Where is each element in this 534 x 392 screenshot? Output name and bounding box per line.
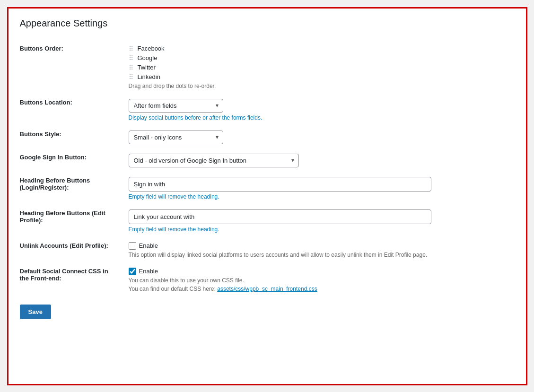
heading-login-row: Heading Before Buttons (Login/Register):…: [20, 172, 515, 205]
default-css-label: Default Social Connect CSS in the Front-…: [20, 263, 129, 297]
settings-table: Buttons Order: ⠿ Facebook ⠿ Google ⠿ Twi…: [20, 40, 515, 297]
buttons-location-label: Buttons Location:: [20, 94, 129, 126]
default-css-checkbox-label[interactable]: Enable: [139, 268, 158, 275]
buttons-location-row: Buttons Location: After form fields Befo…: [20, 94, 515, 126]
settings-container: Appearance Settings Buttons Order: ⠿ Fac…: [7, 7, 527, 385]
buttons-style-label: Buttons Style:: [20, 126, 129, 149]
drag-item-google[interactable]: ⠿ Google: [129, 54, 515, 62]
unlink-accounts-row: Unlink Accounts (Edit Profile): Enable T…: [20, 237, 515, 263]
unlink-accounts-value: Enable This option will display linked s…: [129, 237, 515, 263]
buttons-location-select[interactable]: After form fields Before form fields: [129, 99, 223, 113]
heading-login-label: Heading Before Buttons (Login/Register):: [20, 172, 129, 205]
buttons-style-value: Small - only icons Large - with text Sma…: [129, 126, 515, 149]
drag-handle-facebook[interactable]: ⠿: [129, 45, 134, 52]
buttons-style-select[interactable]: Small - only icons Large - with text Sma…: [129, 131, 223, 144]
buttons-location-select-wrapper: After form fields Before form fields ▾: [129, 99, 223, 113]
heading-edit-hint: Empty field will remove the heading.: [129, 226, 515, 233]
drag-label-facebook: Facebook: [138, 45, 165, 52]
default-css-checkbox[interactable]: [129, 268, 136, 275]
heading-edit-value: Empty field will remove the heading.: [129, 205, 515, 237]
buttons-order-row: Buttons Order: ⠿ Facebook ⠿ Google ⠿ Twi…: [20, 40, 515, 94]
drag-item-facebook[interactable]: ⠿ Facebook: [129, 45, 515, 52]
unlink-accounts-checkbox-row: Enable: [129, 242, 515, 250]
unlink-accounts-info: This option will display linked social p…: [129, 252, 515, 258]
google-signin-select-wrapper: Old - old version of Google Sign In butt…: [129, 154, 299, 167]
drag-label-google: Google: [138, 54, 158, 61]
buttons-order-value: ⠿ Facebook ⠿ Google ⠿ Twitter ⠿ Linkedin…: [129, 40, 515, 94]
drag-item-linkedin[interactable]: ⠿ Linkedin: [129, 73, 515, 81]
buttons-location-hint: Display social buttons before or after t…: [129, 114, 515, 121]
heading-login-hint: Empty field will remove the heading.: [129, 193, 515, 200]
save-button[interactable]: Save: [20, 305, 51, 319]
default-css-link[interactable]: assets/css/wppb_sc_main_frontend.css: [217, 286, 317, 292]
default-css-checkbox-row: Enable: [129, 268, 515, 275]
heading-edit-label: Heading Before Buttons (Edit Profile):: [20, 205, 129, 237]
drag-handle-linkedin[interactable]: ⠿: [129, 73, 134, 81]
buttons-order-label: Buttons Order:: [20, 40, 129, 94]
unlink-accounts-label: Unlink Accounts (Edit Profile):: [20, 237, 129, 263]
drag-item-twitter[interactable]: ⠿ Twitter: [129, 64, 515, 71]
default-css-row: Default Social Connect CSS in the Front-…: [20, 263, 515, 297]
heading-login-input[interactable]: [129, 177, 431, 192]
buttons-style-select-wrapper: Small - only icons Large - with text Sma…: [129, 131, 223, 144]
google-signin-row: Google Sign In Button: Old - old version…: [20, 149, 515, 172]
default-css-info1: You can disable this to use your own CSS…: [129, 277, 515, 284]
google-signin-select[interactable]: Old - old version of Google Sign In butt…: [129, 154, 299, 167]
drag-handle-google[interactable]: ⠿: [129, 54, 134, 62]
default-css-info2: You can find our default CSS here: asset…: [129, 286, 515, 292]
drag-handle-twitter[interactable]: ⠿: [129, 64, 134, 71]
unlink-accounts-checkbox-label[interactable]: Enable: [139, 242, 158, 249]
drag-label-linkedin: Linkedin: [138, 73, 160, 80]
buttons-style-row: Buttons Style: Small - only icons Large …: [20, 126, 515, 149]
buttons-location-value: After form fields Before form fields ▾ D…: [129, 94, 515, 126]
unlink-accounts-checkbox[interactable]: [129, 242, 136, 250]
heading-edit-row: Heading Before Buttons (Edit Profile): E…: [20, 205, 515, 237]
google-signin-value: Old - old version of Google Sign In butt…: [129, 149, 515, 172]
default-css-value: Enable You can disable this to use your …: [129, 263, 515, 297]
drag-label-twitter: Twitter: [138, 64, 156, 71]
heading-edit-input[interactable]: [129, 209, 431, 224]
page-title: Appearance Settings: [20, 18, 515, 29]
google-signin-label: Google Sign In Button:: [20, 149, 129, 172]
heading-login-value: Empty field will remove the heading.: [129, 172, 515, 205]
drag-hint: Drag and drop the dots to re-order.: [129, 83, 515, 89]
